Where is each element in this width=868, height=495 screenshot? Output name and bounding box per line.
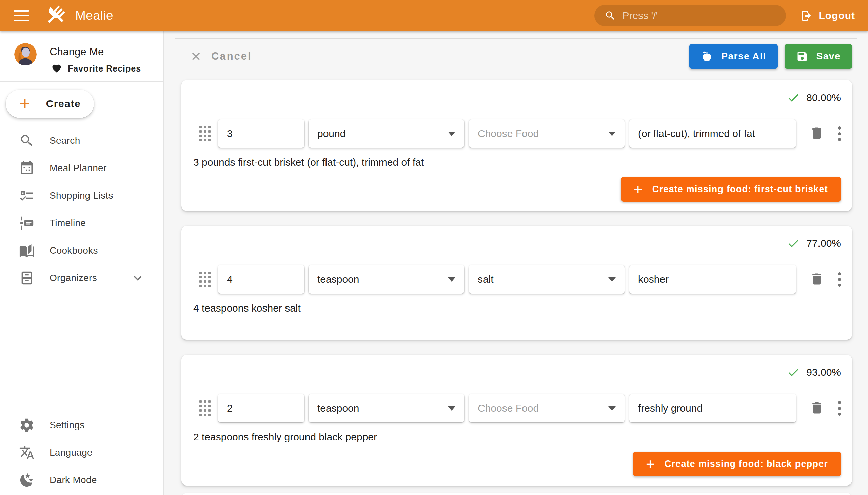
search-input[interactable] [622,10,778,21]
more-options-button[interactable] [838,126,841,141]
trash-icon [809,272,824,287]
sidebar: Change Me Favorite Recipes + Create Sear… [0,31,164,495]
note-input[interactable] [629,119,796,148]
avatar[interactable] [14,43,37,65]
ingredient-card: 77.00% teaspoon salt [182,226,852,340]
logout-button[interactable]: Logout [800,10,855,22]
mealie-logo-icon [44,4,66,27]
heart-icon [52,63,62,73]
menu-icon[interactable] [14,10,29,21]
checklist-icon [19,188,35,203]
confidence-value: 77.00% [806,238,841,249]
sidebar-item-shopping-lists[interactable]: Shopping Lists [0,182,163,209]
row-actions [809,126,841,142]
plus-icon: + [634,185,643,194]
confidence-value: 93.00% [806,366,841,378]
calendar-icon [19,160,35,176]
sidebar-item-meal-planner[interactable]: Meal Planner [0,154,163,182]
dropdown-caret-icon [448,132,455,136]
sidebar-item-search[interactable]: Search [0,127,163,154]
main-content: Cancel Parse All Save 80.00% pound [165,31,868,495]
food-select[interactable]: Choose Food [469,119,625,148]
sidebar-item-settings[interactable]: Settings [0,411,163,439]
food-select[interactable]: salt [469,265,625,294]
more-options-button[interactable] [838,401,841,416]
content-top-divider [175,38,857,39]
food-select[interactable]: Choose Food [469,394,625,423]
user-section: Change Me Favorite Recipes [0,31,163,81]
sidebar-item-cookbooks[interactable]: Cookbooks [0,237,163,264]
original-ingredient-text: 2 teaspoons freshly ground black pepper [193,431,841,443]
confidence-value: 80.00% [806,92,841,103]
unit-select[interactable]: teaspoon [309,265,464,294]
quantity-input[interactable] [218,119,305,148]
original-ingredient-text: 3 pounds first-cut brisket (or flat-cut)… [193,157,841,168]
unit-select[interactable]: teaspoon [309,394,464,423]
favorite-recipes-link[interactable]: Favorite Recipes [52,63,141,73]
trash-icon [809,126,824,141]
favorite-recipes-label: Favorite Recipes [68,64,141,73]
unit-select[interactable]: pound [309,119,464,148]
file-cabinet-icon [19,270,35,286]
check-icon [787,365,800,379]
note-input[interactable] [629,265,796,294]
apple-icon [701,50,713,62]
dropdown-caret-icon [448,406,455,411]
sidebar-divider [0,81,163,82]
sidebar-nav: Search Meal Planner Shopping Lists Timel… [0,127,163,292]
delete-button[interactable] [809,126,824,142]
create-missing-food-button[interactable]: + Create missing food: first-cut brisket [621,177,841,202]
check-icon [787,237,800,250]
delete-button[interactable] [809,400,824,416]
gear-icon [19,417,35,433]
create-button[interactable]: + Create [6,89,94,118]
sidebar-item-timeline[interactable]: Timeline [0,209,163,237]
delete-button[interactable] [809,272,824,288]
confidence-indicator: 93.00% [199,365,841,380]
sidebar-item-language[interactable]: Language [0,439,163,466]
logout-icon [800,10,812,22]
cancel-button[interactable]: Cancel [182,50,252,63]
sidebar-item-dark-mode[interactable]: Dark Mode [0,466,163,494]
ingredient-card: 93.00% teaspoon Choose Food [182,355,852,485]
timeline-icon [19,215,35,231]
trash-icon [809,400,824,415]
save-icon [796,50,808,62]
ingredient-fields-row: teaspoon Choose Food [199,394,841,423]
chevron-down-icon[interactable] [130,270,146,286]
check-icon [787,91,800,104]
search-icon [19,133,35,149]
drag-handle-icon[interactable] [199,400,210,416]
quantity-input[interactable] [218,394,305,423]
dropdown-caret-icon [608,277,616,282]
translate-icon [19,445,35,460]
ingredient-fields-row: teaspoon salt [199,265,841,294]
dropdown-caret-icon [448,277,455,282]
drag-handle-icon[interactable] [199,272,210,287]
note-input[interactable] [629,394,796,423]
dropdown-caret-icon [608,132,616,136]
ingredient-card: 80.00% pound Choose Food [182,80,852,211]
confidence-indicator: 77.00% [199,236,841,251]
moon-stars-icon [19,472,35,488]
save-button[interactable]: Save [785,44,852,69]
original-ingredient-text: 4 teaspoons kosher salt [193,303,841,314]
more-options-button[interactable] [838,272,841,287]
plus-icon: + [646,459,655,469]
row-actions [809,400,841,416]
parse-all-button[interactable]: Parse All [689,44,778,69]
search-bar[interactable] [594,5,786,26]
confidence-indicator: 80.00% [199,90,841,105]
logout-label: Logout [818,10,855,21]
close-icon [189,50,202,63]
plus-icon: + [19,97,31,110]
create-missing-food-button[interactable]: + Create missing food: black pepper [633,451,841,476]
app-title: Mealie [75,8,113,23]
sidebar-item-organizers[interactable]: Organizers [0,264,163,292]
search-icon [605,10,616,21]
quantity-input[interactable] [218,265,305,294]
drag-handle-icon[interactable] [199,126,210,141]
page: Mealie Logout Change Me [0,0,868,495]
user-name: Change Me [50,46,104,58]
row-actions [809,272,841,288]
